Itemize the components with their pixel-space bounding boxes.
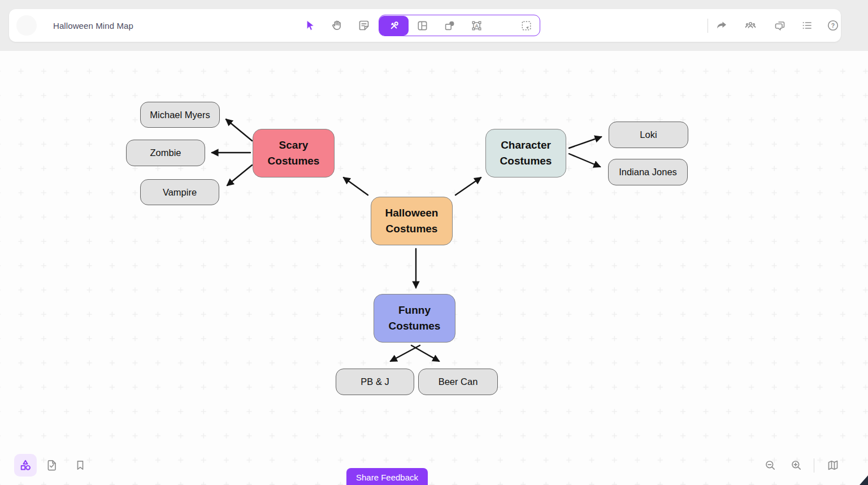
checklist-doc-button[interactable] xyxy=(42,455,62,475)
node-label: Halloween Costumes xyxy=(371,205,452,237)
shapes-button[interactable] xyxy=(436,16,463,36)
edge-character-loki xyxy=(569,137,601,148)
node-zombie[interactable]: Zombie xyxy=(126,140,205,166)
tool-group: A xyxy=(379,15,540,36)
node-vampire[interactable]: Vampire xyxy=(140,179,219,205)
pan-hand-icon[interactable] xyxy=(324,13,349,38)
bottom-divider xyxy=(814,458,814,473)
dot-grid xyxy=(0,51,868,485)
zoom-in-button[interactable] xyxy=(786,455,806,475)
node-label: PB & J xyxy=(361,376,389,387)
sticky-note-icon[interactable] xyxy=(351,13,376,38)
node-halloween-costumes[interactable]: Halloween Costumes xyxy=(371,197,453,245)
node-label: Funny Costumes xyxy=(374,302,455,335)
edge-scary-vampire xyxy=(227,165,252,185)
minimap-button[interactable] xyxy=(823,455,843,475)
svg-text:?: ? xyxy=(831,22,835,29)
node-pb-and-j[interactable]: PB & J xyxy=(336,369,414,395)
node-character-costumes[interactable]: Character Costumes xyxy=(485,129,566,177)
node-label: Indiana Jones xyxy=(619,167,677,177)
app-window: Halloween Costumes Scary Costumes Charac… xyxy=(0,0,868,485)
edge-funny-pbj xyxy=(390,345,420,361)
node-michael-myers[interactable]: Michael Myers xyxy=(140,102,220,128)
share-feedback-label: Share Feedback xyxy=(356,473,418,482)
node-label: Michael Myers xyxy=(150,110,210,120)
layout-template-button[interactable] xyxy=(409,16,436,36)
svg-text:A: A xyxy=(475,23,479,28)
topbar: Halloween Mind Map xyxy=(9,9,841,42)
share-feedback-button[interactable]: Share Feedback xyxy=(346,468,428,485)
node-scary-costumes[interactable]: Scary Costumes xyxy=(253,129,335,177)
node-label: Beer Can xyxy=(439,376,478,387)
build-tools-button[interactable] xyxy=(379,16,409,36)
node-label: Loki xyxy=(640,129,657,140)
share-arrow-icon[interactable] xyxy=(709,13,734,38)
node-label: Zombie xyxy=(150,148,181,158)
mouse-cursor xyxy=(860,475,868,485)
node-indiana-jones[interactable]: Indiana Jones xyxy=(608,159,688,185)
select-cursor-icon[interactable] xyxy=(297,13,322,38)
bookmark-button[interactable] xyxy=(70,455,90,475)
node-label: Character Costumes xyxy=(486,137,566,170)
tool-group-spacer xyxy=(490,25,513,26)
node-label: Scary Costumes xyxy=(253,137,334,170)
topbar-divider xyxy=(708,19,708,33)
node-funny-costumes[interactable]: Funny Costumes xyxy=(374,294,455,343)
app-logo[interactable] xyxy=(16,15,37,36)
shapes-panel-button[interactable] xyxy=(14,454,37,477)
node-loki[interactable]: Loki xyxy=(609,122,688,148)
edge-character-indiana xyxy=(569,154,600,167)
comments-icon[interactable] xyxy=(767,13,792,38)
edge-funny-beercan xyxy=(411,345,439,361)
zoom-out-button[interactable] xyxy=(760,455,780,475)
edge-scary-michael xyxy=(226,119,252,141)
help-icon[interactable]: ? xyxy=(821,13,845,38)
text-box-button[interactable]: A xyxy=(463,16,490,36)
edge-halloween-scary xyxy=(344,177,368,195)
node-label: Vampire xyxy=(163,187,197,198)
node-beer-can[interactable]: Beer Can xyxy=(418,369,498,395)
edge-halloween-character xyxy=(455,177,481,195)
document-title[interactable]: Halloween Mind Map xyxy=(53,9,133,42)
collaborators-icon[interactable] xyxy=(738,13,763,38)
outline-list-icon[interactable] xyxy=(795,13,819,38)
marquee-select-button[interactable] xyxy=(513,16,540,36)
